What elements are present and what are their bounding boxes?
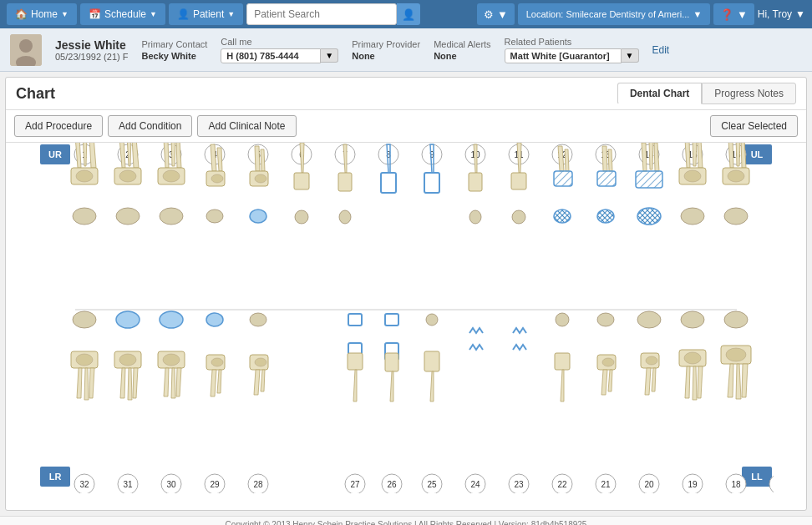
svg-rect-60 — [511, 173, 526, 189]
primary-contact-value: Becky White — [141, 51, 207, 61]
patient-search-button[interactable]: 👤 — [397, 3, 420, 25]
svg-point-90 — [426, 314, 438, 326]
tab-progress-notes[interactable]: Progress Notes — [702, 83, 796, 104]
svg-text:20: 20 — [644, 480, 654, 489]
footer-text: Copyright © 2013 Henry Schein Practice S… — [226, 520, 587, 525]
svg-point-91 — [556, 313, 569, 326]
tooth-32[interactable] — [71, 351, 98, 400]
add-condition-button[interactable]: Add Condition — [108, 115, 192, 137]
tooth-26[interactable] — [385, 353, 398, 401]
schedule-button[interactable]: 📅 Schedule ▼ — [80, 3, 165, 25]
help-button[interactable]: ❓ ▼ — [713, 3, 754, 25]
svg-rect-108 — [348, 353, 363, 370]
tooth-1[interactable] — [71, 143, 98, 184]
svg-point-67 — [728, 170, 744, 182]
add-procedure-button[interactable]: Add Procedure — [14, 115, 103, 137]
svg-point-87 — [250, 313, 266, 326]
location-caret-icon: ▼ — [693, 9, 702, 19]
clear-selected-button[interactable]: Clear Selected — [710, 115, 798, 137]
svg-text:18: 18 — [731, 480, 741, 489]
svg-point-85 — [160, 311, 183, 328]
tooth-14[interactable] — [636, 143, 662, 188]
svg-point-75 — [469, 210, 481, 224]
svg-rect-111 — [555, 353, 570, 370]
tooth-25[interactable] — [424, 351, 439, 401]
corner-ll-label: LL — [751, 472, 763, 482]
primary-contact-label: Primary Contact — [141, 39, 207, 49]
svg-point-95 — [724, 311, 748, 328]
svg-rect-109 — [385, 353, 398, 371]
svg-point-93 — [637, 311, 661, 328]
tooth-31[interactable] — [114, 351, 141, 400]
related-patients-wrap: Matt White [Guarantor] ▼ — [505, 48, 639, 63]
lower-missing-marks — [469, 328, 526, 350]
svg-text:30: 30 — [166, 480, 176, 489]
svg-point-54 — [255, 174, 266, 183]
svg-point-77 — [554, 209, 571, 223]
tooth-21[interactable] — [597, 355, 616, 395]
home-button[interactable]: 🏠 Home ▼ — [7, 3, 77, 25]
patient-bar: Jessie White 05/23/1992 (21) F Primary C… — [0, 28, 812, 72]
svg-point-72 — [250, 209, 266, 223]
tooth-18[interactable] — [721, 346, 751, 399]
svg-rect-89 — [385, 314, 398, 326]
settings-button[interactable]: ⚙ ▼ — [477, 3, 514, 25]
svg-rect-59 — [469, 173, 482, 191]
svg-point-65 — [684, 170, 701, 182]
patient-search-wrap: 👤 — [246, 3, 420, 25]
patient-avatar — [10, 34, 42, 66]
related-patients-field: Related Patients Matt White [Guarantor] … — [505, 37, 639, 63]
corner-ul-label: UL — [751, 149, 764, 159]
related-patients-dropdown-button[interactable]: ▼ — [622, 48, 639, 63]
svg-point-107 — [255, 358, 266, 366]
svg-point-83 — [73, 311, 96, 328]
call-me-dropdown-button[interactable]: ▼ — [321, 48, 338, 63]
upper-occlusal-row — [73, 208, 748, 225]
location-button[interactable]: Location: Smilecare Dentistry of Ameri..… — [518, 3, 711, 25]
tooth-19[interactable] — [679, 350, 706, 400]
lower-tooth-numbers: 32 31 30 29 28 27 26 — [74, 474, 774, 493]
svg-text:23: 23 — [514, 480, 524, 489]
patient-icon: 👤 — [177, 8, 190, 20]
svg-point-94 — [681, 311, 704, 328]
top-navigation: 🏠 Home ▼ 📅 Schedule ▼ 👤 Patient ▼ 👤 ⚙ ▼ … — [0, 0, 812, 28]
svg-point-80 — [681, 208, 704, 225]
chart-title: Chart — [16, 85, 55, 103]
user-greeting: Hi, Troy ▼ — [758, 8, 805, 20]
svg-text:22: 22 — [557, 480, 567, 489]
lower-occlusal-row — [73, 311, 748, 328]
svg-text:25: 25 — [427, 480, 437, 489]
svg-point-69 — [116, 208, 140, 225]
user-caret-icon: ▼ — [795, 8, 805, 20]
svg-point-84 — [116, 311, 140, 328]
svg-text:32: 32 — [79, 480, 89, 489]
patient-button[interactable]: 👤 Patient ▼ — [169, 3, 243, 25]
add-clinical-note-button[interactable]: Add Clinical Note — [197, 115, 296, 137]
patient-search-input[interactable] — [246, 3, 397, 25]
svg-point-117 — [684, 352, 701, 364]
tooth-27[interactable] — [348, 353, 363, 401]
tooth-28[interactable] — [250, 355, 268, 395]
tooth-30[interactable] — [158, 351, 185, 398]
related-patients-value: Matt White [Guarantor] — [505, 48, 622, 63]
tooth-20[interactable] — [641, 353, 659, 395]
svg-point-103 — [163, 354, 180, 366]
svg-rect-55 — [294, 173, 309, 189]
svg-text:26: 26 — [387, 480, 397, 489]
svg-point-1 — [19, 39, 33, 53]
page-footer: Copyright © 2013 Henry Schein Practice S… — [0, 516, 812, 525]
tooth-22[interactable] — [555, 353, 570, 401]
call-me-label: Call me — [221, 37, 338, 47]
call-me-value: H (801) 785-4444 — [221, 48, 321, 63]
patient-edit-link[interactable]: Edit — [652, 44, 670, 56]
tab-dental-chart[interactable]: Dental Chart — [617, 83, 702, 104]
tooth-29[interactable] — [206, 355, 225, 396]
svg-rect-88 — [348, 314, 362, 326]
call-me-field: Call me H (801) 785-4444 ▼ — [221, 37, 338, 63]
svg-point-92 — [597, 313, 614, 326]
svg-text:21: 21 — [601, 480, 611, 489]
svg-point-73 — [295, 210, 308, 224]
dental-chart-svg: UR UL LR LL 1 2 3 4 — [38, 143, 774, 493]
svg-rect-57 — [381, 173, 396, 193]
svg-point-113 — [602, 358, 614, 366]
